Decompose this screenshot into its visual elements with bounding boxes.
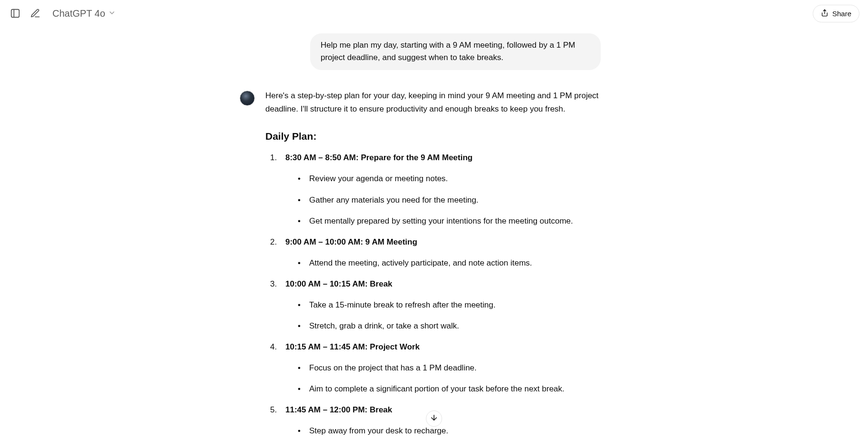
assistant-message-row: Here's a step-by-step plan for your day,… <box>239 89 629 441</box>
chevron-down-icon <box>108 8 116 19</box>
new-chat-icon[interactable] <box>29 7 42 20</box>
plan-sub-item: Gather any materials you need for the me… <box>298 194 610 207</box>
plan-sub-item: Get mentally prepared by setting your in… <box>298 215 610 228</box>
plan-sub-list: Focus on the project that has a 1 PM dea… <box>285 361 610 396</box>
plan-sub-item: Aim to complete a significant portion of… <box>298 382 610 396</box>
user-message-row: Help me plan my day, starting with a 9 A… <box>239 33 629 70</box>
header-left: ChatGPT 4o <box>9 6 120 21</box>
plan-sub-item: Take a 15-minute break to refresh after … <box>298 298 610 312</box>
plan-sub-item: Step away from your desk to recharge. <box>298 424 610 438</box>
plan-heading: Daily Plan: <box>265 128 610 145</box>
plan-slot-title: 8:30 AM – 8:50 AM: Prepare for the 9 AM … <box>285 153 473 162</box>
model-selector[interactable]: ChatGPT 4o <box>49 6 120 21</box>
plan-slot-title: 9:00 AM – 10:00 AM: 9 AM Meeting <box>285 237 417 246</box>
assistant-avatar <box>240 91 255 106</box>
share-label: Share <box>832 10 851 18</box>
assistant-message: Here's a step-by-step plan for your day,… <box>265 89 629 441</box>
model-name: ChatGPT 4o <box>52 8 105 19</box>
plan-slot: 10:15 AM – 11:45 AM: Project WorkFocus o… <box>270 340 610 396</box>
svg-rect-0 <box>11 10 20 18</box>
conversation: Help me plan my day, starting with a 9 A… <box>239 27 629 441</box>
plan-slot-title: 10:00 AM – 10:15 AM: Break <box>285 279 393 288</box>
plan-sub-list: Attend the meeting, actively participate… <box>285 256 610 270</box>
share-button[interactable]: Share <box>813 5 859 22</box>
user-message: Help me plan my day, starting with a 9 A… <box>310 33 601 70</box>
plan-sub-list: Take a 15-minute break to refresh after … <box>285 298 610 333</box>
plan-slot: 8:30 AM – 8:50 AM: Prepare for the 9 AM … <box>270 151 610 227</box>
plan-sub-item: Stretch, grab a drink, or take a short w… <box>298 319 610 333</box>
plan-sub-item: Attend the meeting, actively participate… <box>298 256 610 270</box>
arrow-down-icon <box>430 413 438 424</box>
assistant-intro: Here's a step-by-step plan for your day,… <box>265 89 610 116</box>
plan-sub-list: Review your agenda or meeting notes.Gath… <box>285 172 610 227</box>
plan-slot: 9:00 AM – 10:00 AM: 9 AM MeetingAttend t… <box>270 236 610 270</box>
plan-sub-item: Review your agenda or meeting notes. <box>298 172 610 185</box>
plan-sub-item: Focus on the project that has a 1 PM dea… <box>298 361 610 375</box>
upload-icon <box>821 9 828 18</box>
plan-sub-list: Step away from your desk to recharge.Eat… <box>285 424 610 441</box>
scroll-down-button[interactable] <box>426 410 442 427</box>
plan-list: 8:30 AM – 8:50 AM: Prepare for the 9 AM … <box>265 151 610 441</box>
app-header: ChatGPT 4o Share <box>0 0 868 27</box>
plan-slot-title: 11:45 AM – 12:00 PM: Break <box>285 405 392 414</box>
plan-slot-title: 10:15 AM – 11:45 AM: Project Work <box>285 342 420 351</box>
plan-slot: 10:00 AM – 10:15 AM: BreakTake a 15-minu… <box>270 277 610 333</box>
sidebar-toggle-icon[interactable] <box>9 7 22 20</box>
